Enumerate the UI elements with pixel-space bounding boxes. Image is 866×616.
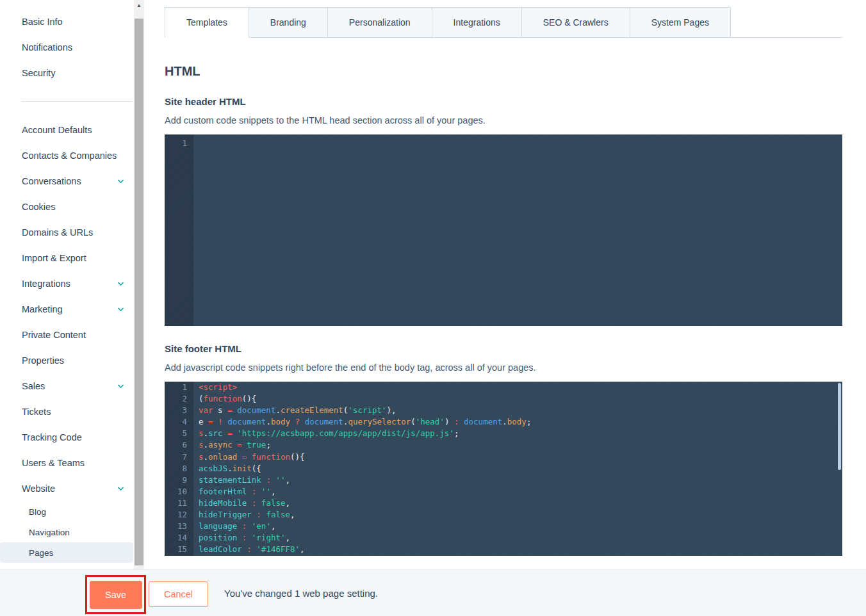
code-text: language : 'en',: [193, 521, 275, 532]
sidebar-item-label: Pages: [29, 548, 53, 558]
sidebar-item-label: Sales: [22, 381, 45, 391]
chevron-down-icon: [118, 177, 124, 184]
save-bar: Save Cancel You've changed 1 web page se…: [0, 569, 866, 616]
code-text: hideMobile : false,: [193, 498, 290, 509]
code-line: 4e = ! document.body ? document.querySel…: [165, 416, 842, 428]
tab-branding[interactable]: Branding: [249, 7, 328, 38]
scroll-up-arrow-icon[interactable]: ▲: [134, 1, 144, 10]
code-line: 2(function(){: [165, 393, 842, 405]
chevron-down-icon: [118, 305, 124, 312]
sidebar-item-label: Contacts & Companies: [22, 150, 117, 161]
code-line: 5s.src = 'https://acsbapp.com/apps/app/d…: [165, 428, 842, 439]
editor-scrollbar-thumb[interactable]: [838, 383, 841, 470]
sidebar-item-import-export[interactable]: Import & Export: [0, 245, 133, 271]
sidebar-item-label: Import & Export: [22, 253, 86, 263]
sidebar-item-sales[interactable]: Sales: [0, 373, 133, 399]
tab-integrations[interactable]: Integrations: [432, 7, 522, 38]
line-number: 13: [165, 521, 193, 532]
sidebar-scrollbar[interactable]: ▲: [134, 0, 144, 569]
sidebar-item-private-content[interactable]: Private Content: [0, 322, 133, 348]
code-line: 12hideTrigger : false,: [165, 509, 842, 521]
page-title: HTML: [165, 64, 842, 79]
code-line: 14position : 'right',: [165, 532, 842, 544]
line-number: 1: [165, 138, 193, 149]
code-text: position : 'right',: [193, 532, 290, 544]
sidebar-divider: [22, 101, 133, 102]
sidebar-scrollbar-thumb[interactable]: [135, 19, 143, 565]
sidebar-item-domains-urls[interactable]: Domains & URLs: [0, 220, 133, 245]
code-text: <script>: [193, 382, 237, 393]
chevron-down-icon: [118, 280, 124, 286]
line-number: 15: [165, 544, 193, 555]
line-number: 5: [165, 428, 193, 439]
chevron-down-icon: [118, 485, 124, 491]
line-number: 2: [165, 393, 193, 405]
sidebar-item-label: Users & Teams: [22, 458, 85, 468]
tab-seo-crawlers[interactable]: SEO & Crawlers: [522, 7, 630, 38]
site-header-html-editor[interactable]: 1: [165, 134, 842, 326]
line-number: 9: [165, 474, 193, 486]
code-line: 15leadColor : '#146FF8',: [165, 544, 842, 555]
cancel-button[interactable]: Cancel: [149, 581, 208, 607]
line-number: 12: [165, 509, 193, 521]
code-line: 11hideMobile : false,: [165, 498, 842, 509]
sidebar-item-label: Tracking Code: [22, 432, 82, 442]
sidebar-item-cookies[interactable]: Cookies: [0, 194, 133, 220]
save-button[interactable]: Save: [90, 581, 142, 609]
line-number: 6: [165, 439, 193, 451]
sidebar-item-label: Account Defaults: [22, 125, 92, 135]
sidebar-item-blog[interactable]: Blog: [0, 501, 133, 522]
sidebar-item-integrations[interactable]: Integrations: [0, 271, 133, 296]
site-footer-html-description: Add javascript code snippets right befor…: [165, 362, 842, 373]
code-text: s.async = true;: [193, 439, 271, 451]
sidebar-item-label: Basic Info: [22, 17, 63, 27]
sidebar-item-marketing[interactable]: Marketing: [0, 296, 133, 322]
code-text: [193, 138, 199, 149]
sidebar-item-pages[interactable]: Pages: [0, 542, 133, 563]
line-number: 10: [165, 486, 193, 498]
chevron-down-icon: [118, 382, 124, 389]
site-footer-html-editor[interactable]: 1<script>2(function(){3var s = document.…: [165, 382, 842, 556]
sidebar-item-label: Conversations: [22, 176, 81, 186]
sidebar-item-conversations[interactable]: Conversations: [0, 168, 133, 194]
code-line: 10footerHtml : '',: [165, 486, 842, 498]
code-line: 8acsbJS.init({: [165, 463, 842, 474]
line-number: 3: [165, 405, 193, 416]
sidebar-item-label: Notifications: [22, 42, 72, 53]
sidebar-item-security[interactable]: Security: [0, 60, 133, 86]
sidebar-item-label: Marketing: [22, 304, 63, 314]
tab-system-pages[interactable]: System Pages: [630, 7, 731, 38]
code-line: 6s.async = true;: [165, 439, 842, 451]
code-line: 3var s = document.createElement('script'…: [165, 405, 842, 416]
sidebar-item-notifications[interactable]: Notifications: [0, 35, 133, 60]
unsaved-changes-status: You've changed 1 web page setting.: [224, 570, 378, 616]
sidebar-item-basic-info[interactable]: Basic Info: [0, 9, 133, 35]
annotation-highlight: Save: [85, 575, 146, 614]
site-footer-html-title: Site footer HTML: [165, 343, 842, 354]
code-text: leadColor : '#146FF8',: [193, 544, 305, 555]
sidebar-item-website[interactable]: Website: [0, 476, 133, 501]
sidebar-item-account-defaults[interactable]: Account Defaults: [0, 117, 133, 143]
sidebar-item-tracking-code[interactable]: Tracking Code: [0, 425, 133, 450]
line-number: 11: [165, 498, 193, 509]
settings-tabs: TemplatesBrandingPersonalizationIntegrat…: [165, 7, 842, 38]
code-text: footerHtml : '',: [193, 486, 275, 498]
sidebar-item-tickets[interactable]: Tickets: [0, 399, 133, 425]
sidebar-item-label: Navigation: [29, 528, 70, 537]
line-number: 14: [165, 532, 193, 544]
code-text: acsbJS.init({: [193, 463, 261, 474]
code-text: (function(){: [193, 393, 256, 405]
sidebar-item-label: Security: [22, 68, 55, 78]
code-text: hideTrigger : false,: [193, 509, 295, 521]
sidebar-item-properties[interactable]: Properties: [0, 348, 133, 373]
settings-sidebar: Basic InfoNotificationsSecurityAccount D…: [0, 0, 133, 569]
tab-personalization[interactable]: Personalization: [328, 7, 432, 38]
tab-templates[interactable]: Templates: [165, 7, 249, 38]
code-line: 1<script>: [165, 382, 842, 393]
code-text: var s = document.createElement('script')…: [193, 405, 396, 416]
sidebar-item-navigation[interactable]: Navigation: [0, 522, 133, 542]
code-line: 13language : 'en',: [165, 521, 842, 532]
sidebar-item-users-teams[interactable]: Users & Teams: [0, 450, 133, 476]
sidebar-item-contacts-companies[interactable]: Contacts & Companies: [0, 143, 133, 168]
sidebar-item-label: Properties: [22, 355, 64, 366]
